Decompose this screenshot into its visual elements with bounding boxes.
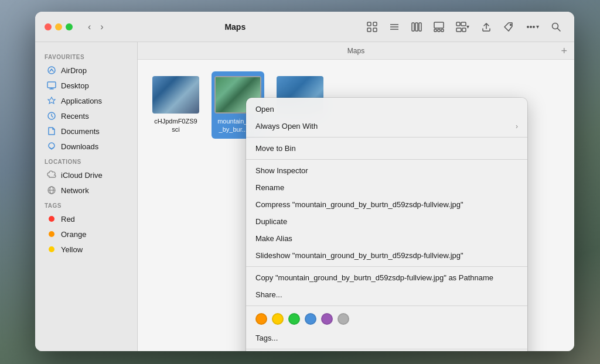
search-button[interactable] [547, 19, 565, 35]
gray-tag-dot[interactable] [338, 313, 349, 325]
ctx-slideshow[interactable]: Slideshow "mountain_ground_by_burtn_d59z… [246, 247, 527, 264]
sidebar-item-downloads[interactable]: Downloads [38, 139, 135, 154]
svg-rect-15 [461, 22, 466, 26]
close-button[interactable] [45, 23, 52, 30]
sidebar-item-tag-yellow[interactable]: Yellow [38, 242, 135, 257]
svg-rect-9 [419, 23, 421, 31]
recents-icon [47, 111, 56, 121]
svg-rect-17 [462, 28, 466, 32]
tag-toolbar-button[interactable] [500, 19, 517, 35]
maximize-button[interactable] [66, 23, 73, 30]
blue-tag-dot[interactable] [305, 313, 316, 325]
applications-icon [47, 96, 56, 105]
orange-tag-icon [47, 229, 56, 239]
airdrop-icon [47, 66, 56, 75]
ctx-separator [246, 305, 527, 306]
ctx-separator [246, 266, 527, 267]
sidebar-item-network[interactable]: Network [38, 183, 135, 198]
ctx-rename[interactable]: Rename [246, 179, 527, 196]
share-toolbar-button[interactable] [478, 19, 495, 35]
gallery-view-button[interactable] [430, 19, 448, 35]
ctx-always-open-with-label: Always Open With [255, 122, 516, 131]
file-item[interactable]: cHJpdmF0ZS9sci9pbWFn...n.webp [149, 71, 202, 140]
yellow-tag-dot[interactable] [272, 313, 284, 325]
ctx-tags-label: Tags... [255, 334, 518, 342]
svg-point-21 [533, 26, 534, 27]
ctx-show-inspector[interactable]: Show Inspector [246, 162, 527, 179]
sidebar-item-network-label: Network [61, 186, 89, 195]
tag-icon [503, 22, 514, 32]
sort-chevron: ▾ [466, 23, 469, 30]
favourites-section-label: Favourites [35, 49, 137, 63]
ctx-always-open-with[interactable]: Always Open With › [246, 118, 527, 135]
traffic-lights [45, 23, 73, 30]
column-view-button[interactable] [408, 19, 425, 35]
path-bar-label: Maps [347, 47, 364, 55]
ctx-move-to-bin-label: Move to Bin [255, 144, 518, 153]
sidebar-item-icloud[interactable]: iCloud Drive [38, 167, 135, 183]
sidebar-item-tag-red[interactable]: Red [38, 211, 135, 226]
icon-view-button[interactable] [363, 19, 381, 35]
ctx-tags[interactable]: Tags... [246, 329, 527, 346]
svg-rect-10 [434, 22, 444, 28]
ctx-make-alias[interactable]: Make Alias [246, 230, 527, 247]
svg-rect-7 [412, 23, 414, 31]
ctx-share[interactable]: Share... [246, 286, 527, 303]
documents-icon [47, 126, 56, 136]
tags-section-label: Tags [35, 198, 137, 211]
ctx-open-label: Open [255, 105, 518, 114]
share-icon [481, 22, 492, 32]
sort-icon [456, 22, 466, 32]
svg-point-34 [49, 231, 54, 237]
sidebar-item-applications[interactable]: Applications [38, 93, 135, 108]
svg-rect-0 [367, 22, 371, 26]
sidebar-item-recents-label: Recents [61, 112, 89, 121]
forward-button[interactable]: › [97, 19, 107, 35]
sidebar-item-tag-orange[interactable]: Orange [38, 226, 135, 242]
title-bar: ‹ › Maps [35, 12, 574, 42]
sidebar-item-documents[interactable]: Documents [38, 123, 135, 139]
green-tag-dot[interactable] [288, 313, 300, 325]
svg-point-35 [49, 246, 54, 252]
ctx-make-alias-label: Make Alias [255, 234, 518, 243]
yellow-tag-icon [47, 245, 56, 254]
grid-icon [367, 22, 377, 32]
ctx-compress[interactable]: Compress "mountain_ground_by_burtn_d59zs… [246, 196, 527, 213]
ctx-show-inspector-label: Show Inspector [255, 166, 518, 175]
sidebar-item-airdrop[interactable]: AirDrop [38, 63, 135, 78]
sidebar-item-desktop[interactable]: Desktop [38, 78, 135, 93]
sidebar: Favourites AirDrop [35, 42, 138, 351]
sidebar-item-recents[interactable]: Recents [38, 108, 135, 123]
sidebar-item-airdrop-label: AirDrop [61, 66, 87, 75]
list-view-button[interactable] [386, 19, 403, 35]
add-folder-button[interactable]: + [561, 46, 567, 56]
svg-rect-16 [456, 28, 461, 32]
finder-window: ‹ › Maps [35, 12, 574, 351]
sidebar-item-downloads-label: Downloads [61, 142, 98, 151]
icloud-icon [47, 170, 56, 180]
ctx-copy-pathname-label: Copy "mountain_ground_by_burtn_d59zsdp-f… [255, 273, 518, 282]
ctx-compress-label: Compress "mountain_ground_by_burtn_d59zs… [255, 200, 518, 209]
ctx-rename-label: Rename [255, 183, 518, 192]
network-icon [47, 186, 56, 195]
back-button[interactable]: ‹ [84, 19, 94, 35]
sort-button[interactable]: ▾ [452, 19, 473, 35]
main-area: Maps + cHJpdmF0ZS9sci9pbWFn...n.webp mou… [138, 42, 574, 351]
red-tag-icon [47, 214, 56, 224]
ctx-open[interactable]: Open [246, 101, 527, 118]
search-icon [551, 22, 561, 32]
svg-rect-1 [373, 22, 377, 26]
more-options-button[interactable]: ▾ [522, 19, 543, 35]
ctx-copy-pathname[interactable]: Copy "mountain_ground_by_burtn_d59zsdp-f… [246, 269, 527, 286]
file-thumbnail [152, 76, 199, 114]
ctx-duplicate[interactable]: Duplicate [246, 213, 527, 230]
minimize-button[interactable] [55, 23, 62, 30]
svg-rect-3 [373, 28, 377, 32]
ctx-slideshow-label: Slideshow "mountain_ground_by_burtn_d59z… [255, 251, 518, 260]
ctx-duplicate-label: Duplicate [255, 217, 518, 226]
ctx-move-to-bin[interactable]: Move to Bin [246, 140, 527, 157]
svg-rect-2 [367, 28, 371, 32]
orange-tag-dot[interactable] [255, 313, 267, 325]
sidebar-item-icloud-label: iCloud Drive [61, 171, 103, 180]
purple-tag-dot[interactable] [321, 313, 333, 325]
